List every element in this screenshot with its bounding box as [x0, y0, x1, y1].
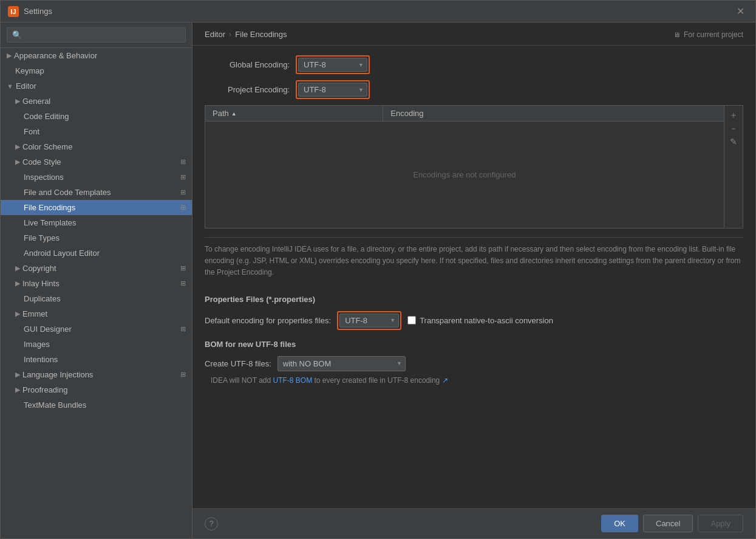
badge-icon: ⊞ — [180, 204, 186, 211]
properties-section: Properties Files (*.properties) Default … — [205, 295, 743, 330]
project-encoding-label: Project Encoding: — [205, 85, 290, 94]
title-bar: IJ Settings ✕ — [1, 1, 755, 22]
breadcrumb-parent: Editor — [205, 30, 225, 39]
search-box — [1, 22, 192, 48]
badge-icon: ⊞ — [180, 188, 186, 196]
bom-create-label: Create UTF-8 files: — [205, 359, 271, 368]
arrow-icon: ▶ — [7, 52, 12, 60]
global-encoding-select[interactable]: UTF-8 UTF-16 ISO-8859-1 windows-1252 — [298, 58, 367, 72]
sidebar-item-code-editing[interactable]: Code Editing — [1, 109, 192, 124]
project-encoding-select-wrapper: UTF-8 UTF-16 ISO-8859-1 windows-1252 — [298, 83, 367, 97]
encodings-table: Path ▲ Encoding Encodings are not config… — [205, 105, 743, 228]
sidebar-item-language-injections[interactable]: ▶ Language Injections ⊞ — [1, 367, 192, 382]
global-encoding-label: Global Encoding: — [205, 60, 290, 69]
global-encoding-select-wrapper: UTF-8 UTF-16 ISO-8859-1 windows-1252 — [298, 58, 367, 72]
ok-button[interactable]: OK — [601, 515, 638, 532]
arrow-icon: ▶ — [15, 386, 20, 394]
panel-body: Global Encoding: UTF-8 UTF-16 ISO-8859-1… — [192, 46, 755, 508]
sidebar-item-textmate[interactable]: TextMate Bundles — [1, 397, 192, 413]
sidebar-item-live-templates[interactable]: Live Templates — [1, 215, 192, 230]
remove-row-button[interactable]: － — [727, 122, 740, 135]
arrow-icon: ▶ — [15, 264, 20, 272]
properties-section-title: Properties Files (*.properties) — [205, 295, 743, 304]
footer: ? OK Cancel Apply — [192, 508, 755, 538]
bom-row: Create UTF-8 files: with NO BOM with BOM… — [205, 356, 743, 371]
encoding-column-header[interactable]: Encoding — [383, 106, 724, 121]
footer-left: ? — [205, 517, 218, 530]
external-link-icon: ↗ — [442, 376, 448, 385]
sidebar-item-keymap[interactable]: Keymap — [1, 63, 192, 78]
badge-icon: ⊞ — [180, 325, 186, 333]
bom-create-select[interactable]: with NO BOM with BOM with BOM if encodin… — [278, 356, 406, 371]
sidebar-item-editor[interactable]: ▼ Editor — [1, 78, 192, 94]
sidebar-item-copyright[interactable]: ▶ Copyright ⊞ — [1, 261, 192, 276]
arrow-icon: ▶ — [15, 97, 20, 105]
global-encoding-highlight: UTF-8 UTF-16 ISO-8859-1 windows-1252 — [296, 55, 370, 74]
apply-button[interactable]: Apply — [698, 515, 743, 532]
close-button[interactable]: ✕ — [733, 4, 748, 18]
help-button[interactable]: ? — [205, 517, 218, 530]
nav-tree: ▶ Appearance & Behavior Keymap ▼ Editor … — [1, 48, 192, 538]
bom-select-wrapper: with NO BOM with BOM with BOM if encodin… — [278, 356, 406, 371]
sidebar-item-file-encodings[interactable]: File Encodings ⊞ — [1, 200, 192, 215]
content-area: ▶ Appearance & Behavior Keymap ▼ Editor … — [1, 22, 755, 538]
settings-window: IJ Settings ✕ ▶ Appearance & Behavior Ke… — [0, 0, 756, 539]
arrow-icon: ▶ — [15, 143, 20, 151]
props-encoding-row: Default encoding for properties files: U… — [205, 311, 743, 330]
add-row-button[interactable]: ＋ — [727, 108, 740, 122]
transparent-conversion-checkbox[interactable] — [407, 316, 416, 324]
breadcrumb-link[interactable]: For current project — [684, 30, 743, 39]
sidebar-item-file-types[interactable]: File Types — [1, 230, 192, 245]
table-header: Path ▲ Encoding — [205, 106, 724, 122]
sidebar-item-file-code-templates[interactable]: File and Code Templates ⊞ — [1, 185, 192, 200]
sidebar-item-general[interactable]: ▶ General — [1, 94, 192, 109]
badge-icon: ⊞ — [180, 280, 186, 287]
bom-info-text: IDEA will NOT add UTF-8 BOM to every cre… — [211, 376, 743, 385]
sidebar-item-emmet[interactable]: ▶ Emmet — [1, 306, 192, 321]
project-encoding-row: Project Encoding: UTF-8 UTF-16 ISO-8859-… — [205, 80, 743, 99]
sidebar-item-gui-designer[interactable]: GUI Designer ⊞ — [1, 321, 192, 337]
sidebar-item-inspections[interactable]: Inspections ⊞ — [1, 170, 192, 185]
sidebar-item-proofreading[interactable]: ▶ Proofreading — [1, 382, 192, 397]
arrow-icon: ▶ — [15, 371, 20, 379]
sidebar-item-intentions[interactable]: Intentions — [1, 352, 192, 367]
table-toolbar: ＋ － ✎ — [724, 106, 743, 228]
breadcrumb-arrow: › — [229, 30, 231, 39]
badge-icon: ⊞ — [180, 158, 186, 166]
main-panel: Editor › File Encodings 🖥 For current pr… — [192, 22, 755, 538]
search-input[interactable] — [7, 27, 186, 43]
breadcrumb-current: File Encodings — [235, 30, 287, 39]
breadcrumb: Editor › File Encodings 🖥 For current pr… — [192, 22, 755, 46]
sidebar: ▶ Appearance & Behavior Keymap ▼ Editor … — [1, 22, 192, 538]
sidebar-item-appearance[interactable]: ▶ Appearance & Behavior — [1, 48, 192, 63]
props-encoding-select[interactable]: UTF-8 UTF-16 ISO-8859-1 — [339, 314, 399, 328]
badge-icon: ⊞ — [180, 173, 186, 181]
arrow-icon: ▶ — [15, 310, 20, 318]
sidebar-item-code-style[interactable]: ▶ Code Style ⊞ — [1, 154, 192, 170]
sidebar-item-duplicates[interactable]: Duplicates — [1, 291, 192, 306]
arrow-icon: ▶ — [15, 158, 20, 166]
badge-icon: ⊞ — [180, 264, 186, 272]
path-column-header[interactable]: Path ▲ — [205, 106, 383, 121]
edit-row-button[interactable]: ✎ — [727, 135, 740, 148]
transparent-conversion-area: Transparent native-to-ascii conversion — [407, 316, 553, 325]
arrow-icon: ▼ — [7, 83, 13, 90]
sort-asc-icon: ▲ — [231, 111, 237, 117]
table-content: Path ▲ Encoding Encodings are not config… — [205, 106, 724, 228]
props-encoding-highlight: UTF-8 UTF-16 ISO-8859-1 — [337, 311, 401, 330]
sidebar-item-android-layout[interactable]: Android Layout Editor — [1, 245, 192, 261]
table-wrapper: Path ▲ Encoding Encodings are not config… — [205, 106, 743, 228]
sidebar-item-images[interactable]: Images — [1, 337, 192, 352]
sidebar-item-color-scheme[interactable]: ▶ Color Scheme — [1, 139, 192, 154]
project-encoding-select[interactable]: UTF-8 UTF-16 ISO-8859-1 windows-1252 — [298, 83, 367, 97]
sidebar-item-font[interactable]: Font — [1, 124, 192, 139]
bom-link[interactable]: UTF-8 BOM — [273, 376, 313, 385]
sidebar-item-inlay-hints[interactable]: ▶ Inlay Hints ⊞ — [1, 276, 192, 291]
badge-icon: ⊞ — [180, 371, 186, 379]
encoding-description: To change encoding IntelliJ IDEA uses fo… — [205, 237, 743, 285]
arrow-icon: ▶ — [15, 280, 20, 287]
props-encoding-select-wrapper: UTF-8 UTF-16 ISO-8859-1 — [339, 314, 399, 328]
transparent-conversion-label: Transparent native-to-ascii conversion — [420, 316, 553, 325]
monitor-icon: 🖥 — [673, 31, 680, 38]
cancel-button[interactable]: Cancel — [643, 515, 693, 532]
